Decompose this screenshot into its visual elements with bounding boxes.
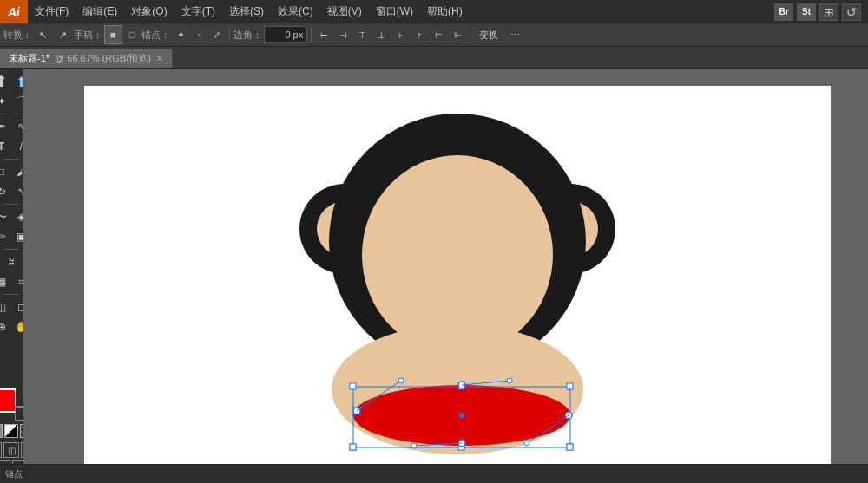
svg-rect-9: [350, 383, 356, 389]
canvas-area[interactable]: [23, 69, 868, 483]
tabbar: 未标题-1* @ 66.67% (RGB/预览) ✕: [0, 47, 868, 69]
br-icon[interactable]: Br: [774, 3, 793, 21]
svg-point-23: [398, 378, 404, 383]
menu-text[interactable]: 文字(T): [174, 0, 222, 23]
transform-label: 转换：: [3, 29, 32, 42]
menu-help[interactable]: 帮助(H): [420, 0, 470, 23]
main-area: ⬆ ⬆ ✦ ⌒ ✒ ∿ T / □ 🖌 ↻ ⤡ 〜 ◈ ✏: [0, 69, 868, 483]
align-top-btn[interactable]: ⊥: [372, 26, 390, 43]
rotate-tool[interactable]: ↻: [0, 182, 11, 201]
menu-right-icons: Br St ⊞ ↺: [774, 3, 868, 21]
sync-icon[interactable]: ↺: [842, 3, 861, 21]
mesh-tool[interactable]: #: [2, 252, 21, 271]
menu-file[interactable]: 文件(F): [28, 0, 76, 23]
text-tool[interactable]: T: [0, 137, 11, 156]
align-center-h-btn[interactable]: ⊣: [334, 26, 352, 43]
tab-close-btn[interactable]: ✕: [156, 54, 163, 63]
menubar: Ai 文件(F) 编辑(E) 对象(O) 文字(T) 选择(S) 效果(C) 视…: [0, 0, 868, 23]
anchor-label: 锚点：: [141, 29, 170, 42]
svg-point-29: [411, 443, 417, 448]
anchor-tool-3[interactable]: ⤢: [207, 25, 226, 44]
menu-edit[interactable]: 编辑(E): [76, 0, 124, 23]
menu-object[interactable]: 对象(O): [124, 0, 174, 23]
corner-label: 边角：: [233, 29, 262, 42]
zoom-tool[interactable]: ⊕: [0, 317, 11, 336]
align-bottom-btn[interactable]: ⊧: [411, 26, 428, 43]
menu-items: 文件(F) 编辑(E) 对象(O) 文字(T) 选择(S) 效果(C) 视图(V…: [28, 0, 470, 23]
arrow-tool-2[interactable]: ↗: [54, 25, 72, 44]
tab-info: @ 66.67% (RGB/预览): [55, 52, 151, 65]
active-tab[interactable]: 未标题-1* @ 66.67% (RGB/预览) ✕: [0, 49, 173, 68]
menu-window[interactable]: 窗口(W): [369, 0, 420, 23]
eyedropper-tool[interactable]: ✏: [0, 227, 11, 246]
hand-label: 手稿：: [74, 29, 102, 42]
menu-select[interactable]: 选择(S): [222, 0, 271, 23]
distribute-v-btn[interactable]: ⊩: [449, 26, 466, 43]
svg-rect-11: [567, 383, 573, 389]
align-center-v-btn[interactable]: ⊦: [391, 26, 409, 43]
grid-icon[interactable]: ⊞: [819, 3, 838, 21]
svg-point-21: [459, 413, 464, 418]
behind-mode-btn[interactable]: ◫: [3, 442, 19, 458]
svg-point-25: [507, 378, 512, 383]
svg-rect-14: [350, 444, 356, 450]
pen-tool[interactable]: ✒: [0, 117, 11, 136]
st-icon[interactable]: St: [797, 3, 816, 21]
magic-wand-tool[interactable]: ✦: [0, 92, 11, 111]
none-color-btn[interactable]: [0, 424, 3, 438]
hand-mode-2[interactable]: □: [124, 25, 141, 44]
corner-value-input[interactable]: [264, 26, 307, 43]
align-left-btn[interactable]: ⊢: [315, 26, 332, 43]
extra-transform-btn[interactable]: ⋯: [505, 25, 525, 44]
align-icons: ⊢ ⊣ ⊤ ⊥ ⊦ ⊧ ⊨ ⊩: [315, 26, 466, 43]
monkey-illustration: [266, 86, 648, 467]
statusbar: 锚点: [0, 464, 868, 483]
ai-logo: Ai: [0, 0, 28, 23]
hand-mode-1[interactable]: ■: [104, 25, 122, 44]
anchor-status-label: 锚点: [5, 468, 23, 480]
distribute-h-btn[interactable]: ⊨: [430, 26, 447, 43]
warp-tool[interactable]: 〜: [0, 207, 11, 226]
left-toolbar: ⬆ ⬆ ✦ ⌒ ✒ ∿ T / □ 🖌 ↻ ⤡ 〜 ◈ ✏: [0, 69, 23, 483]
anchor-tool-1[interactable]: ✦: [172, 25, 190, 44]
tab-title: 未标题-1*: [9, 52, 49, 65]
transform-btn[interactable]: 变换: [474, 25, 503, 44]
arrow-tool-1[interactable]: ↖: [34, 25, 52, 44]
slice-tool[interactable]: ◫: [0, 297, 11, 317]
rectangle-tool[interactable]: □: [0, 162, 11, 181]
svg-point-27: [524, 441, 529, 446]
chart-tool[interactable]: ▦: [0, 272, 11, 291]
svg-rect-16: [567, 444, 573, 450]
menu-effect[interactable]: 效果(C): [271, 0, 320, 23]
anchor-tool-2[interactable]: ◦: [192, 25, 206, 44]
menu-view[interactable]: 视图(V): [320, 0, 369, 23]
normal-mode-btn[interactable]: □: [0, 442, 2, 458]
align-right-btn[interactable]: ⊤: [353, 26, 371, 43]
gradient-swatch[interactable]: [4, 424, 18, 438]
control-toolbar: 转换： ↖ ↗ 手稿： ■ □ 锚点： ✦ ◦ ⤢ 边角： ⊢ ⊣ ⊤ ⊥ ⊦ …: [0, 23, 868, 47]
selection-tool[interactable]: ⬆: [0, 72, 11, 91]
